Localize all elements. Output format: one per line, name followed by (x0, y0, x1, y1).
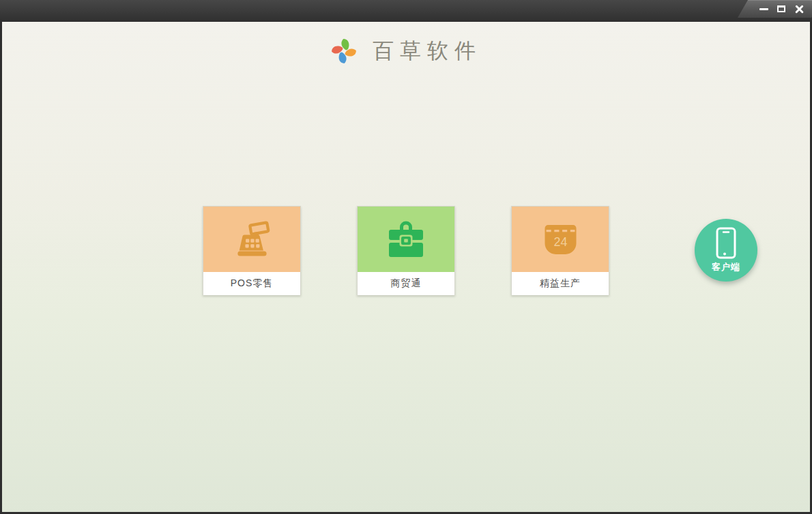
maximize-button[interactable] (774, 1, 789, 16)
lean-label-bar: 精益生产 (512, 272, 609, 295)
product-card-trade[interactable]: 商贸通 (357, 206, 455, 295)
pinwheel-logo-icon (330, 37, 358, 65)
main-content: 百草软件 (2, 22, 810, 512)
titlebar[interactable] (0, 0, 812, 22)
pos-label: POS零售 (231, 277, 274, 290)
trade-tile (358, 207, 454, 272)
product-card-pos[interactable]: POS零售 (203, 206, 301, 295)
lean-tile: 24 (512, 207, 609, 272)
calendar-day-text: 24 (553, 235, 567, 248)
trade-label: 商贸通 (391, 277, 422, 290)
pos-tile (203, 207, 300, 272)
close-button[interactable] (792, 1, 807, 16)
cash-register-icon (231, 221, 273, 258)
smartphone-icon (716, 227, 736, 259)
lean-label: 精益生产 (540, 277, 581, 290)
minimize-icon (759, 8, 768, 10)
close-icon (795, 5, 804, 14)
window-controls (756, 0, 807, 18)
client-button[interactable]: 客户端 (695, 219, 757, 282)
brand-header: 百草软件 (2, 37, 810, 65)
briefcase-icon (387, 221, 425, 258)
minimize-button[interactable] (756, 1, 771, 16)
maximize-icon (777, 5, 785, 12)
app-window: 百草软件 (0, 0, 812, 514)
app-title: 百草软件 (373, 37, 482, 65)
pos-label-bar: POS零售 (203, 272, 300, 295)
client-button-label: 客户端 (712, 261, 740, 273)
trade-label-bar: 商贸通 (358, 272, 454, 295)
calendar-icon: 24 (545, 224, 577, 255)
product-card-lean[interactable]: 24 精益生产 (511, 206, 609, 295)
